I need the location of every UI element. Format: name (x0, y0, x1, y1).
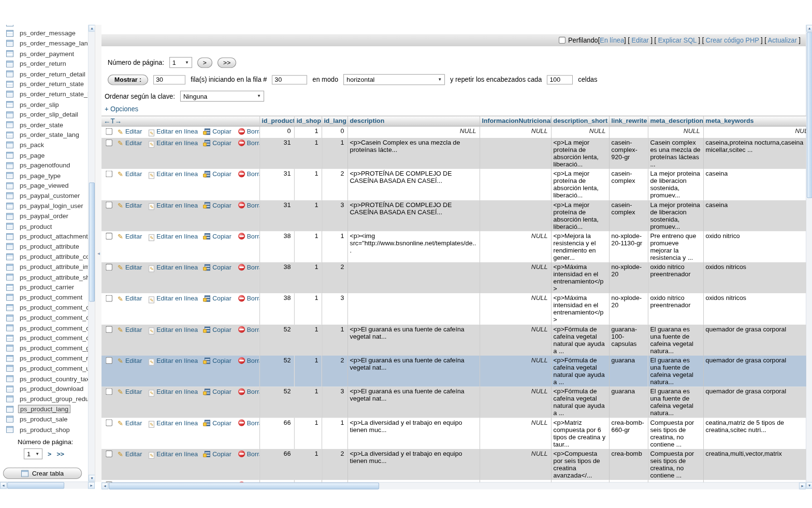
editar-en-línea-link[interactable]: ✎Editar en línea (149, 202, 198, 209)
editar-link[interactable]: ✎Editar (117, 128, 142, 135)
copiar-link[interactable]: Copiar (204, 419, 231, 427)
row-select-checkbox[interactable] (106, 419, 113, 426)
sidebar-horizontal-scrollbar[interactable]: ◄ ► (0, 481, 95, 489)
sort-key-select[interactable]: Ninguna ▼ (180, 91, 264, 102)
sidebar-item-ps_product_carrier[interactable]: ps_product_carrier (6, 282, 88, 292)
sidebar-item-ps_product_comment_cri[interactable]: ps_product_comment_cri (6, 323, 88, 333)
sidebar-table-item-partial[interactable] (6, 25, 88, 28)
borrar-link[interactable]: Borrar (238, 450, 260, 458)
editar-link[interactable]: ✎Editar (117, 450, 142, 458)
result-op-link-5[interactable]: Actualizar (768, 36, 797, 44)
down-arrow-icon[interactable]: ▼ (806, 482, 812, 489)
sidebar-item-ps_order_message[interactable]: ps_order_message (6, 28, 88, 38)
editar-en-línea-link[interactable]: ✎Editar en línea (149, 233, 198, 240)
copiar-link[interactable]: Copiar (204, 357, 231, 364)
up-arrow-icon[interactable]: ▲ (806, 25, 812, 31)
sidebar-item-ps_pagenotfound[interactable]: ps_pagenotfound (6, 160, 88, 170)
copiar-link[interactable]: Copiar (204, 233, 231, 240)
editar-link[interactable]: ✎Editar (117, 388, 142, 396)
editar-en-línea-link[interactable]: ✎Editar en línea (149, 128, 198, 135)
copiar-link[interactable]: Copiar (204, 139, 231, 147)
borrar-link[interactable]: Borrar (238, 202, 260, 209)
sidebar-item-ps_paypal_customer[interactable]: ps_paypal_customer (6, 191, 88, 201)
editar-en-línea-link[interactable]: ✎Editar en línea (149, 264, 198, 271)
sidebar-item-ps_product_comment_rep[interactable]: ps_product_comment_rep (6, 353, 88, 363)
row-select-checkbox[interactable] (106, 295, 113, 302)
row-select-checkbox[interactable] (106, 264, 113, 270)
borrar-link[interactable]: Borrar (238, 326, 260, 333)
editar-link[interactable]: ✎Editar (117, 264, 142, 271)
sidebar-item-ps_product_country_tax[interactable]: ps_product_country_tax (6, 374, 88, 384)
scrollbar-thumb[interactable] (89, 182, 95, 301)
copiar-link[interactable]: Copiar (204, 171, 231, 178)
last-page-button[interactable]: >> (218, 57, 236, 67)
sidebar-item-ps_product_comment_cri[interactable]: ps_product_comment_cri (6, 313, 88, 323)
num-rows-input[interactable] (153, 75, 185, 84)
right-arrow-icon[interactable]: ► (88, 482, 95, 489)
sidebar-item-ps_product_group_reduct[interactable]: ps_product_group_reduct (6, 394, 88, 404)
result-op-link-2[interactable]: Editar (632, 36, 649, 44)
scrollbar-thumb[interactable] (109, 483, 379, 490)
editar-en-línea-link[interactable]: ✎Editar en línea (149, 419, 198, 427)
sidebar-item-ps_product_comment_gra[interactable]: ps_product_comment_gra (6, 343, 88, 353)
editar-link[interactable]: ✎Editar (117, 139, 142, 147)
editar-link[interactable]: ✎Editar (117, 202, 142, 209)
sidebar-item-ps_page_type[interactable]: ps_page_type (6, 170, 88, 180)
sidebar-item-ps_page_viewed[interactable]: ps_page_viewed (6, 180, 88, 191)
row-select-checkbox[interactable] (106, 357, 113, 364)
options-toggle[interactable]: + Opciones (104, 105, 806, 113)
column-header-id_lang[interactable]: id_lang (321, 116, 348, 126)
column-header-link_rewrite[interactable]: link_rewrite (609, 116, 648, 126)
column-header-id_product[interactable]: id_product (260, 116, 294, 126)
sidebar-item-ps_order_state[interactable]: ps_order_state (6, 120, 88, 130)
sidebar-last-page-link[interactable]: >> (57, 450, 64, 458)
sidebar-item-ps_product_comment_us[interactable]: ps_product_comment_us (6, 363, 88, 374)
borrar-link[interactable]: Borrar (238, 388, 260, 396)
row-select-checkbox[interactable] (106, 139, 113, 146)
sidebar-item-ps_paypal_order[interactable]: ps_paypal_order (6, 211, 88, 221)
next-page-button[interactable]: > (197, 57, 212, 67)
sidebar-next-page-link[interactable]: > (48, 450, 52, 458)
sidebar-page-select[interactable]: 1 ▼ (24, 448, 43, 460)
sidebar-item-ps_product_download[interactable]: ps_product_download (6, 384, 88, 394)
sidebar-item-ps_product_lang[interactable]: ps_product_lang (6, 404, 88, 414)
copiar-link[interactable]: Copiar (204, 326, 231, 333)
main-horizontal-scrollbar[interactable]: ◄ ► (102, 482, 806, 489)
sidebar-item-ps_order_return_detail[interactable]: ps_order_return_detail (6, 69, 88, 79)
sidebar-item-ps_product_attribute_sho[interactable]: ps_product_attribute_sho (6, 272, 88, 282)
borrar-link[interactable]: Borrar (238, 171, 260, 178)
sidebar-item-ps_product_comment_cri[interactable]: ps_product_comment_cri (6, 302, 88, 313)
sidebar-item-ps_product[interactable]: ps_product (6, 221, 88, 231)
sidebar-item-ps_product_attribute[interactable]: ps_product_attribute (6, 241, 88, 252)
display-direction-header[interactable]: ←T→ (102, 116, 260, 126)
copiar-link[interactable]: Copiar (204, 295, 231, 302)
borrar-link[interactable]: Borrar (238, 264, 260, 271)
copiar-link[interactable]: Copiar (204, 264, 231, 271)
copiar-link[interactable]: Copiar (204, 388, 231, 396)
sidebar-item-ps_order_state_lang[interactable]: ps_order_state_lang (6, 130, 88, 140)
row-select-checkbox[interactable] (106, 450, 113, 457)
column-header-id_shop[interactable]: id_shop (294, 116, 322, 126)
editar-link[interactable]: ✎Editar (117, 357, 142, 364)
profiling-checkbox[interactable] (559, 37, 566, 44)
sidebar-item-ps_product_attribute_ima[interactable]: ps_product_attribute_ima (6, 262, 88, 272)
sidebar-item-ps_product_comment[interactable]: ps_product_comment (6, 292, 88, 302)
borrar-link[interactable]: Borrar (238, 357, 260, 364)
column-header-description_short[interactable]: description_short (551, 116, 609, 126)
editar-en-línea-link[interactable]: ✎Editar en línea (149, 171, 198, 178)
editar-en-línea-link[interactable]: ✎Editar en línea (149, 326, 198, 333)
editar-en-línea-link[interactable]: ✎Editar en línea (149, 139, 198, 147)
copiar-link[interactable]: Copiar (204, 202, 231, 209)
create-table-button[interactable]: Crear tabla (3, 467, 82, 479)
copiar-link[interactable]: Copiar (204, 128, 231, 135)
sidebar-item-ps_pack[interactable]: ps_pack (6, 140, 88, 150)
result-op-link-4[interactable]: Crear código PHP (706, 36, 759, 44)
sidebar-item-ps_order_slip_detail[interactable]: ps_order_slip_detail (6, 109, 88, 120)
row-select-checkbox[interactable] (106, 326, 113, 333)
right-arrow-icon[interactable]: ► (799, 483, 806, 490)
sidebar-item-ps_order_return_state[interactable]: ps_order_return_state (6, 79, 88, 89)
row-select-checkbox[interactable] (106, 388, 113, 395)
repeat-cells-input[interactable] (547, 75, 573, 84)
borrar-link[interactable]: Borrar (238, 419, 260, 427)
start-row-input[interactable] (272, 75, 307, 84)
